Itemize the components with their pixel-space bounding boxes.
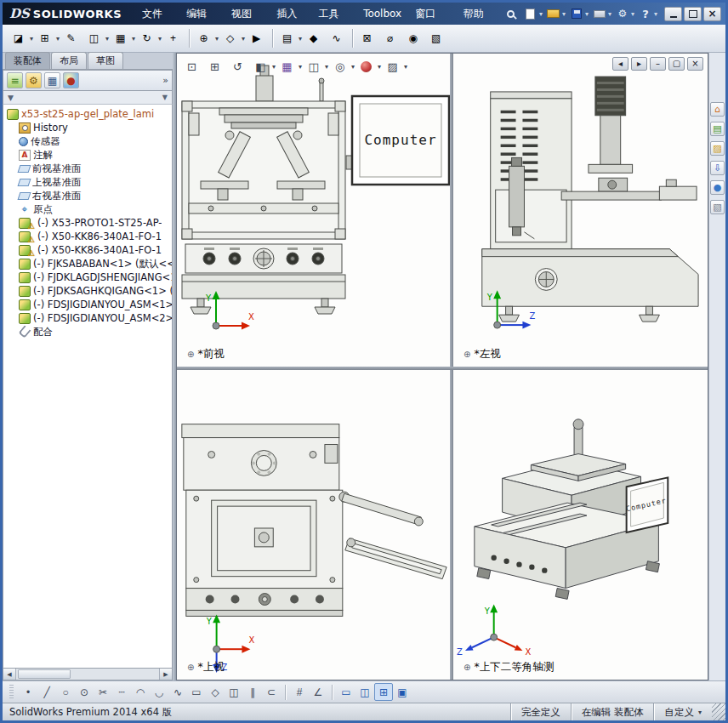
tree-item[interactable]: ⚠ (-) X53-PROTO1-ST25-AP- [5, 216, 172, 230]
tree-item[interactable]: ⚠ (-) FJDKLAGDJSHENGJIANG<1 [5, 270, 172, 284]
save-icon[interactable] [568, 5, 585, 22]
pane-collapse-button[interactable]: ◂ [612, 57, 628, 71]
tree-item[interactable]: ⚠ (-) FJKSABABAN<1> (默认<< [5, 257, 172, 270]
tree-item[interactable]: ⚠ 上视基准面 [5, 175, 172, 189]
hide-show-items-icon[interactable]: ◎ [329, 56, 350, 77]
centerline-icon[interactable]: ┄ [112, 683, 131, 701]
scrollbar-track[interactable] [16, 669, 159, 680]
link-views-icon[interactable]: ▣ [393, 683, 412, 701]
tree-item[interactable]: ⚠ (-) FDSJIGDIANYOU_ASM<1> [5, 298, 172, 311]
ellipse-icon[interactable]: ⊙ [75, 683, 94, 701]
measure-icon[interactable]: ⌀ [379, 28, 401, 49]
offset-entities-icon[interactable]: ∥ [243, 683, 262, 701]
display-manager-tab[interactable]: ● [63, 72, 79, 88]
tree-item[interactable]: ⚠ (-) FJDKSAGHKQIGANG<1> (默 [5, 284, 172, 298]
apply-scene-icon[interactable]: ▨ [382, 56, 403, 77]
two-view-icon[interactable]: ◫ [355, 683, 374, 701]
exploded-view-icon[interactable]: ◆ [303, 28, 324, 49]
tree-horizontal-scrollbar[interactable]: ◀ ▶ [3, 669, 173, 680]
status-custom-dropdown[interactable]: 自定义 ▾ [653, 703, 712, 720]
scrollbar-thumb[interactable] [18, 669, 71, 679]
print-icon[interactable] [591, 5, 608, 22]
tree-filter-bar[interactable]: ▼ ▼ [3, 90, 173, 105]
corner-rectangle-icon[interactable]: ▭ [187, 683, 206, 701]
maximize-button[interactable] [684, 7, 702, 21]
new-motion-study-icon[interactable]: ▶ [246, 28, 267, 49]
menu-item[interactable]: 视图(V) [225, 3, 270, 25]
spline-icon[interactable]: ∿ [168, 683, 187, 701]
tree-item[interactable]: ⚠ 配合 [5, 325, 172, 339]
circle-icon[interactable]: ○ [56, 683, 75, 701]
resize-grip[interactable] [712, 703, 725, 720]
front-view-quadrant[interactable]: Computer Y X ⊕ *前视 [177, 54, 450, 367]
point-icon[interactable]: • [19, 683, 37, 701]
home-icon[interactable]: ⌂ [710, 102, 725, 117]
single-view-icon[interactable]: ▭ [337, 683, 355, 701]
command-tab[interactable]: 草图 [88, 52, 123, 69]
menu-item[interactable]: 文件(F) [135, 3, 179, 25]
mass-properties-icon[interactable]: ◉ [402, 28, 424, 49]
toolbar-grip[interactable] [9, 685, 14, 700]
open-icon[interactable] [545, 5, 562, 22]
doc-close-button[interactable]: × [687, 57, 703, 71]
overflow-chevron-icon[interactable]: » [162, 75, 168, 86]
interference-detection-icon[interactable]: ⊠ [356, 28, 378, 49]
menu-item[interactable]: 插入(I) [270, 3, 311, 25]
menu-item[interactable]: 窗口(W) [408, 3, 457, 25]
menu-item[interactable]: Toolbox [356, 3, 408, 25]
mirror-entities-icon[interactable]: ◫ [225, 683, 243, 701]
pane-expand-button[interactable]: ▸ [631, 57, 647, 71]
tree-item[interactable]: ⚠ (-) X50-KK86-340A1-FO-1 [5, 243, 172, 257]
tree-item[interactable]: ⚠ History [5, 121, 172, 134]
minimize-button[interactable] [664, 7, 682, 21]
command-tab[interactable]: 布局 [51, 52, 87, 69]
file-explorer-icon[interactable]: ▨ [710, 141, 725, 156]
view-palette-icon[interactable]: ⇩ [710, 161, 725, 175]
help-icon[interactable]: ? [637, 5, 654, 22]
doc-restore-button[interactable]: ▢ [668, 57, 685, 71]
tree-item[interactable]: ⚠ 右视基准面 [5, 189, 172, 202]
mate-icon[interactable]: ◫ [83, 28, 105, 49]
search-icon[interactable] [503, 5, 520, 22]
trim-entities-icon[interactable]: ✂ [94, 683, 112, 701]
explode-line-sketch-icon[interactable]: ∿ [326, 28, 347, 49]
reference-geometry-icon[interactable]: ◇ [219, 28, 241, 49]
menu-item[interactable]: 帮助(H) [457, 3, 503, 25]
scroll-right-button[interactable]: ▶ [159, 669, 172, 680]
filter-dropdown-icon[interactable]: ▼ [162, 94, 168, 101]
appearances-icon[interactable]: ● [710, 180, 725, 195]
left-view-quadrant[interactable]: Y Z ⊕ *左视 [453, 54, 708, 367]
isometric-view-quadrant[interactable]: Computer Y X Z ⊕ *上下二等角轴测 [453, 370, 708, 680]
new-document-icon[interactable] [522, 5, 539, 22]
polygon-icon[interactable]: ◇ [206, 683, 225, 701]
edit-component-icon[interactable]: ◪ [8, 28, 29, 49]
smart-fasteners-icon[interactable]: ✎ [60, 28, 82, 49]
view-orientation-icon[interactable]: ▦ [276, 56, 298, 77]
tangent-arc-icon[interactable]: ◡ [150, 683, 168, 701]
tree-item[interactable]: ⚠ 前视基准面 [5, 162, 172, 175]
command-tab[interactable]: 装配体 [5, 52, 50, 69]
rotate-component-icon[interactable]: ↻ [136, 28, 157, 49]
property-manager-tab[interactable]: ⚙ [26, 72, 42, 88]
menu-item[interactable]: 编辑(E) [179, 3, 225, 25]
scroll-left-button[interactable]: ◀ [3, 669, 16, 680]
tree-item[interactable]: ⚠ (-) FDSJIGDIANYOU_ASM<2> [5, 311, 172, 325]
insert-components-icon[interactable]: ⊞ [34, 28, 55, 49]
grid-snap-icon[interactable]: # [290, 683, 309, 701]
line-icon[interactable]: ╱ [37, 683, 56, 701]
assembly-features-icon[interactable]: ⊕ [193, 28, 214, 49]
linear-component-pattern-icon[interactable]: ▦ [110, 28, 131, 49]
zoom-fit-icon[interactable]: ⊡ [181, 56, 202, 77]
four-view-icon[interactable]: ⊞ [374, 683, 393, 701]
move-component-icon[interactable]: + [162, 28, 184, 49]
arc-icon[interactable]: ◠ [131, 683, 150, 701]
tree-item[interactable]: ⚠ x53-st25-ap-gel_plate_lami [5, 107, 172, 121]
custom-properties-icon[interactable]: ▧ [710, 200, 725, 214]
doc-minimize-button[interactable]: – [650, 57, 666, 71]
tree-item[interactable]: ⚠ (-) X50-KK86-340A1-FO-1 [5, 230, 172, 243]
close-button[interactable]: × [703, 7, 721, 21]
section-properties-icon[interactable]: ▧ [425, 28, 446, 49]
tree-item[interactable]: ⌖ ⚠ 原点 [5, 202, 172, 216]
tree-item[interactable]: ⚠ 传感器 [5, 134, 172, 148]
section-view-icon[interactable]: ◧ [250, 56, 271, 77]
